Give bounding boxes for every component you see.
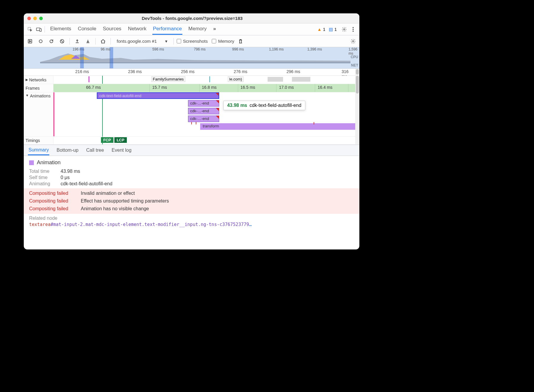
load-profile-icon[interactable] [73,37,82,46]
svg-point-6 [353,31,354,32]
svg-point-4 [353,27,354,28]
clear-icon[interactable] [58,37,67,46]
select-element-icon[interactable] [26,25,34,34]
total-time-value: 43.98 ms [61,169,80,174]
frame-cell[interactable]: 16.8 ms [200,84,238,92]
ruler-tick: 296 ms [287,69,300,74]
ruler-tick: 236 ms [128,69,142,74]
device-toolbar-icon[interactable] [34,25,43,34]
ruler-tick: 216 ms [75,69,89,74]
pink-marker [53,92,54,136]
warnings-badge[interactable]: ▲ 1 [317,27,325,32]
settings-icon[interactable] [340,25,349,34]
save-profile-icon[interactable] [83,37,92,46]
reload-icon[interactable] [47,37,56,46]
summary-panel: Animation Total time43.98 ms Self time0 … [24,156,359,249]
transform-bar[interactable]: transform [200,123,359,130]
cpu-overview-graph [40,53,350,63]
cpu-label: CPU [351,55,358,59]
tab-network[interactable]: Network [127,24,147,35]
frame-cell[interactable]: 16.4 ms [315,84,348,92]
tab-memory[interactable]: Memory [188,24,207,35]
tab-performance[interactable]: Performance [152,24,182,35]
animating-value: cdk-text-field-autofill-end [61,181,112,186]
close-window-button[interactable] [27,17,31,20]
network-item[interactable]: le.com) [228,76,244,82]
record-icon[interactable] [36,37,45,46]
svg-point-3 [344,29,345,30]
overview-tick: 1,396 ms [307,47,322,51]
frame-cell[interactable]: 15.7 ms [150,84,199,92]
detail-tabs: Summary Bottom-up Call tree Event log [24,145,359,156]
compositing-failures: Compositing failedInvalid animation or e… [24,188,359,214]
more-menu-icon[interactable] [349,25,358,34]
issues-badge[interactable]: ▤ 1 [329,27,337,32]
network-track[interactable]: ▶Networks FamilySummaries le.com) [24,76,359,84]
detail-tab-summary[interactable]: Summary [28,146,49,155]
self-time-label: Self time [29,175,56,180]
failure-reason: Invalid animation or effect [81,191,135,196]
titlebar: DevTools - fonts.google.com/?preview.siz… [24,13,359,23]
capture-settings-icon[interactable] [349,37,358,46]
flamechart-ruler[interactable]: 216 ms236 ms256 ms276 ms296 ms316 ms [24,69,359,76]
recording-select[interactable]: fonts.google.com #1 ▾ [114,39,170,44]
detail-tab-bottomup[interactable]: Bottom-up [56,146,79,155]
tab-sources[interactable]: Sources [102,24,122,35]
dropdown-icon: ▾ [165,39,168,44]
lcp-badge[interactable]: LCP [114,137,127,143]
svg-point-5 [353,29,354,30]
failure-reason: Effect has unsupported timing parameters [81,198,169,204]
detail-tab-calltree[interactable]: Call tree [86,146,105,155]
related-node-link[interactable]: textarea#mat-input-2.mat-mdc-input-eleme… [29,222,354,227]
flamechart-tracks: ▶Networks FamilySummaries le.com) Frames… [24,76,359,145]
frame-cell[interactable]: 66.7 ms [84,84,150,92]
total-time-label: Total time [29,169,56,174]
toggle-record-icon[interactable] [26,37,34,46]
overview-tick: 96 ms [101,47,110,51]
warning-corner-icon [216,100,219,103]
overview-tick: 1,196 ms [269,47,284,51]
frames-track-label: Frames [26,86,40,91]
detail-tab-eventlog[interactable]: Event log [111,146,132,155]
tooltip-name: cdk-text-field-autofill-end [249,103,301,108]
tab-console[interactable]: Console [77,24,97,35]
maximize-window-button[interactable] [39,17,43,20]
animation-bar[interactable]: cdk-…-end [188,116,219,122]
animation-bar-selected[interactable]: cdk-text-field-autofill-end [97,92,219,99]
category-swatch-icon [29,160,34,165]
tooltip-duration: 43.98 ms [227,103,247,108]
animations-track[interactable]: ▼Animations cdk-text-field-autofill-end … [24,92,359,136]
network-track-label: Networks [29,78,46,82]
frames-track[interactable]: Frames 66.7 ms15.7 ms16.8 ms16.5 ms17.0 … [24,84,359,92]
tab-elements[interactable]: Elements [50,24,72,35]
window-controls [27,17,43,20]
tabs-overflow[interactable]: » [213,24,217,35]
self-time-value: 0 μs [61,175,70,180]
minimize-window-button[interactable] [33,17,37,20]
network-item[interactable]: FamilySummaries [151,76,185,82]
timings-track[interactable]: Timings FCP LCP [24,136,359,145]
overview-handle-left[interactable] [80,47,84,68]
home-icon[interactable] [99,37,108,46]
svg-rect-2 [40,29,42,31]
animation-bar[interactable]: cdk-…-end [188,100,219,107]
animations-track-label: Animations [30,94,50,98]
animation-bar[interactable]: cdk-…-end [188,108,219,114]
overview-tick: 796 ms [194,47,206,51]
memory-checkbox[interactable]: Memory [212,39,234,44]
failure-label: Compositing failed [29,206,77,211]
svg-rect-11 [40,63,350,63]
screenshots-checkbox[interactable]: Screenshots [177,39,208,44]
frame-cell[interactable]: 17.0 ms [277,84,315,92]
fcp-badge[interactable]: FCP [101,137,113,143]
net-label: NET [351,63,358,67]
failure-reason: Animation has no visible change [81,206,149,211]
timeline-overview[interactable]: 196 ms96 ms596 ms796 ms996 ms1,196 ms1,3… [24,47,359,69]
collect-garbage-icon[interactable] [236,37,245,46]
overview-handle-right[interactable] [110,47,113,68]
panel-tabbar: Elements Console Sources Network Perform… [24,23,359,35]
warning-corner-icon [216,93,219,96]
panel-tabs: Elements Console Sources Network Perform… [50,24,217,35]
frame-cell[interactable]: 16.5 ms [238,84,277,92]
recording-label: fonts.google.com #1 [117,39,157,44]
